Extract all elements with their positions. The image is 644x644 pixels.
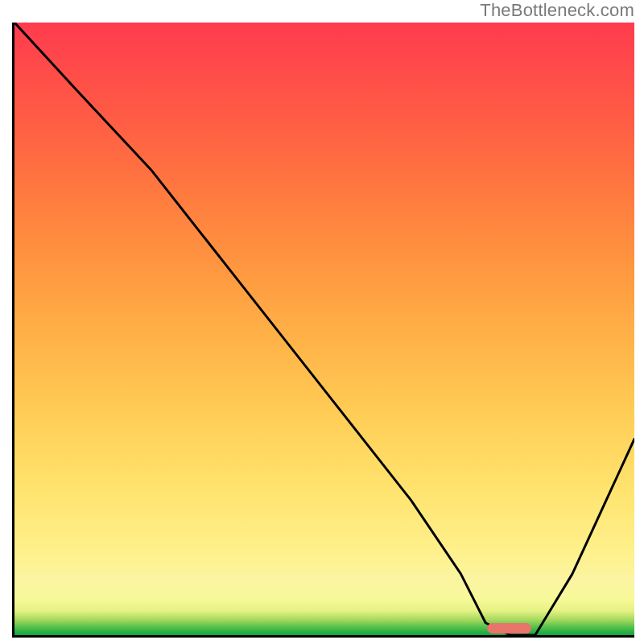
attribution-text: TheBottleneck.com	[480, 0, 634, 21]
bottleneck-chart	[12, 23, 634, 638]
bottleneck-curve	[14, 23, 634, 635]
optimal-marker	[487, 623, 530, 633]
